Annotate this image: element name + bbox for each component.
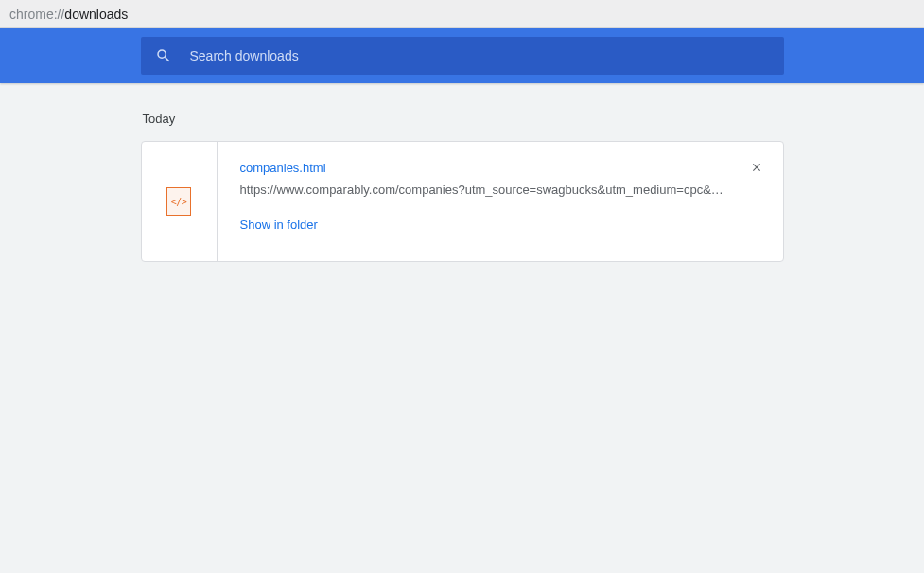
- downloads-list: Today </> companies.html https://www.com…: [141, 112, 784, 262]
- search-container[interactable]: [141, 37, 784, 75]
- remove-download-button[interactable]: [745, 157, 768, 180]
- date-section-header: Today: [141, 112, 784, 126]
- close-icon: [750, 161, 763, 177]
- file-source-url: https://www.comparably.com/companies?utm…: [240, 182, 732, 197]
- search-icon: [154, 46, 173, 65]
- show-in-folder-link[interactable]: Show in folder: [240, 217, 318, 232]
- url-scheme: chrome://: [9, 7, 64, 22]
- address-bar[interactable]: chrome://downloads: [0, 0, 924, 28]
- download-item: </> companies.html https://www.comparabl…: [141, 141, 784, 262]
- downloads-toolbar: [0, 28, 924, 83]
- download-details: companies.html https://www.comparably.co…: [218, 142, 783, 261]
- downloads-content: Today </> companies.html https://www.com…: [0, 83, 924, 262]
- file-icon-cell: </>: [142, 142, 218, 261]
- url-path: downloads: [64, 7, 128, 22]
- file-name-link[interactable]: companies.html: [240, 161, 760, 175]
- search-input[interactable]: [190, 48, 771, 63]
- html-file-icon: </>: [166, 187, 191, 216]
